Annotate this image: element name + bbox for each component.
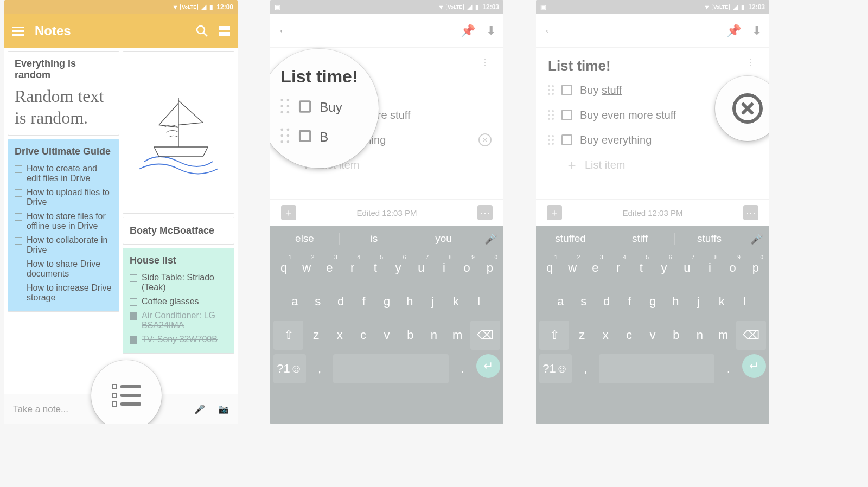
checkbox[interactable] bbox=[561, 110, 572, 120]
backspace-key[interactable]: ⌫ bbox=[470, 321, 500, 350]
mic-icon[interactable]: 🎤 bbox=[744, 233, 769, 245]
key[interactable]: o9 bbox=[723, 253, 743, 283]
back-icon[interactable]: ← bbox=[544, 24, 556, 38]
key[interactable]: w2 bbox=[562, 253, 583, 283]
search-icon[interactable] bbox=[195, 24, 208, 37]
key[interactable]: z bbox=[305, 321, 327, 350]
more-button[interactable]: ⋯ bbox=[743, 205, 758, 220]
key[interactable]: h bbox=[665, 287, 686, 316]
shift-key[interactable]: ⇧ bbox=[539, 321, 569, 350]
reminder-icon[interactable]: ⋮ bbox=[746, 57, 769, 68]
view-toggle-icon[interactable] bbox=[219, 26, 230, 36]
key[interactable]: q1 bbox=[273, 253, 294, 283]
key[interactable]: j bbox=[688, 287, 709, 316]
key[interactable]: r4 bbox=[342, 253, 363, 283]
delete-item-icon[interactable] bbox=[732, 93, 763, 124]
key[interactable]: i8 bbox=[699, 253, 720, 283]
mic-icon[interactable]: 🎤 bbox=[194, 404, 205, 414]
note-card-drawing[interactable] bbox=[123, 51, 234, 214]
symbols-key[interactable]: ?1☺ bbox=[539, 354, 572, 383]
key[interactable]: d bbox=[596, 287, 617, 316]
key[interactable]: n bbox=[689, 321, 710, 350]
mic-icon[interactable]: 🎤 bbox=[478, 233, 503, 245]
pin-icon[interactable]: 📌 bbox=[726, 24, 741, 38]
key[interactable]: v bbox=[376, 321, 397, 350]
key[interactable]: c bbox=[353, 321, 374, 350]
symbols-key[interactable]: ?1☺ bbox=[273, 354, 306, 383]
key[interactable]: y6 bbox=[388, 253, 409, 283]
key[interactable]: k bbox=[711, 287, 732, 316]
key[interactable]: t5 bbox=[631, 253, 652, 283]
suggestion[interactable]: stuffed bbox=[536, 233, 605, 245]
suggestion[interactable]: stiff bbox=[605, 233, 675, 245]
note-card-drive[interactable]: Drive Ultimate Guide How to create and e… bbox=[8, 139, 119, 312]
drag-handle-icon[interactable] bbox=[548, 85, 554, 95]
add-content-button[interactable]: ＋ bbox=[281, 205, 296, 220]
backspace-key[interactable]: ⌫ bbox=[736, 321, 766, 350]
key[interactable]: f bbox=[353, 287, 374, 316]
shift-key[interactable]: ⇧ bbox=[273, 321, 303, 350]
comma-key[interactable]: , bbox=[574, 354, 597, 383]
key[interactable]: x bbox=[595, 321, 616, 350]
key[interactable]: z bbox=[571, 321, 592, 350]
key[interactable]: i8 bbox=[433, 253, 454, 283]
key[interactable]: m bbox=[712, 321, 733, 350]
back-icon[interactable]: ← bbox=[278, 24, 290, 38]
archive-icon[interactable]: ⬇ bbox=[752, 24, 762, 38]
note-card-house[interactable]: House list Side Table: Striado (Teak) Co… bbox=[123, 248, 234, 354]
drag-handle-icon[interactable] bbox=[548, 110, 554, 120]
space-key[interactable] bbox=[599, 354, 714, 383]
key[interactable]: g bbox=[642, 287, 663, 316]
add-item-row[interactable]: + List item bbox=[548, 152, 757, 177]
note-title[interactable]: List time! bbox=[536, 48, 746, 78]
key[interactable]: g bbox=[376, 287, 397, 316]
reminder-icon[interactable]: ⋮ bbox=[481, 57, 503, 68]
hamburger-icon[interactable] bbox=[12, 27, 24, 36]
comma-key[interactable]: , bbox=[308, 354, 331, 383]
key[interactable]: h bbox=[399, 287, 420, 316]
key[interactable]: j bbox=[423, 287, 443, 316]
key[interactable]: q1 bbox=[539, 253, 560, 283]
key[interactable]: l bbox=[469, 287, 489, 316]
new-list-icon[interactable] bbox=[112, 384, 141, 407]
enter-key[interactable]: ↵ bbox=[742, 354, 766, 378]
enter-key[interactable]: ↵ bbox=[476, 354, 500, 378]
checkbox[interactable] bbox=[561, 134, 572, 145]
key[interactable]: a bbox=[284, 287, 305, 316]
key[interactable]: s bbox=[307, 287, 328, 316]
note-card-random[interactable]: Everything is random Random text is rand… bbox=[8, 51, 119, 136]
key[interactable]: b bbox=[666, 321, 687, 350]
delete-item-icon[interactable]: ✕ bbox=[478, 133, 492, 146]
key[interactable]: t5 bbox=[365, 253, 386, 283]
key[interactable]: f bbox=[619, 287, 640, 316]
key[interactable]: p0 bbox=[745, 253, 766, 283]
key[interactable]: y6 bbox=[654, 253, 674, 283]
key[interactable]: c bbox=[618, 321, 640, 350]
key[interactable]: b bbox=[400, 321, 421, 350]
key[interactable]: m bbox=[446, 321, 468, 350]
key[interactable]: e3 bbox=[319, 253, 340, 283]
period-key[interactable]: . bbox=[717, 354, 740, 383]
key[interactable]: r4 bbox=[608, 253, 629, 283]
key[interactable]: u7 bbox=[411, 253, 431, 283]
note-card-boat-title[interactable]: Boaty McBoatface bbox=[123, 217, 234, 245]
key[interactable]: n bbox=[423, 321, 444, 350]
key[interactable]: u7 bbox=[676, 253, 697, 283]
key[interactable]: d bbox=[330, 287, 351, 316]
drag-handle-icon[interactable] bbox=[548, 135, 554, 145]
add-content-button[interactable]: ＋ bbox=[547, 205, 562, 220]
period-key[interactable]: . bbox=[451, 354, 474, 383]
suggestion[interactable]: else bbox=[270, 233, 340, 245]
pin-icon[interactable]: 📌 bbox=[461, 24, 475, 38]
checkbox[interactable] bbox=[561, 85, 572, 95]
key[interactable]: v bbox=[642, 321, 663, 350]
key[interactable]: l bbox=[735, 287, 755, 316]
key[interactable]: o9 bbox=[457, 253, 477, 283]
more-button[interactable]: ⋯ bbox=[477, 205, 493, 220]
suggestion[interactable]: stuffs bbox=[675, 233, 744, 245]
archive-icon[interactable]: ⬇ bbox=[486, 24, 496, 38]
key[interactable]: k bbox=[445, 287, 466, 316]
key[interactable]: w2 bbox=[296, 253, 317, 283]
key[interactable]: x bbox=[329, 321, 350, 350]
key[interactable]: a bbox=[550, 287, 571, 316]
